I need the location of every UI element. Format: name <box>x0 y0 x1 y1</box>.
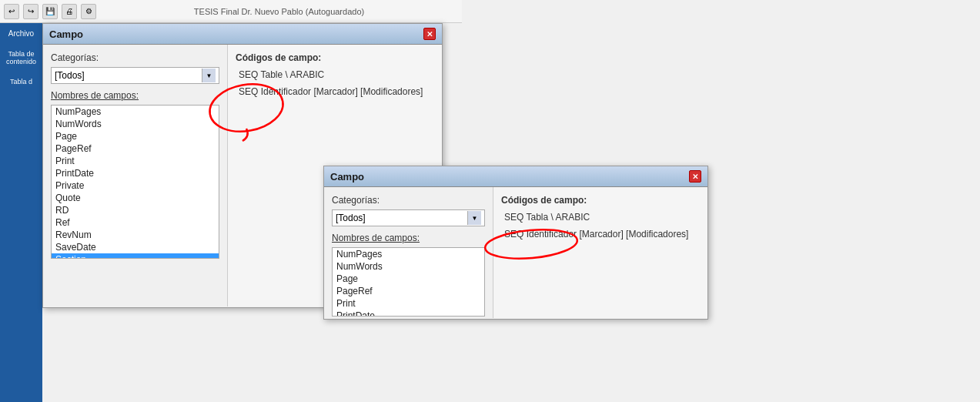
categorias-label-front: Categorías: <box>332 195 485 206</box>
categorias-dropdown-back[interactable]: [Todos] ▼ <box>51 67 219 84</box>
list-item[interactable]: Ref <box>52 216 219 229</box>
dialog-front-title: Campo <box>330 171 364 183</box>
list-item[interactable]: NumPages <box>52 106 219 118</box>
sidebar-item-tabla[interactable]: Tabla decontenido <box>0 44 42 72</box>
list-item[interactable]: Page <box>52 130 219 142</box>
list-item[interactable]: PrintDate <box>52 167 219 179</box>
dialog-back-titlebar[interactable]: Campo ✕ <box>43 24 442 45</box>
dialog-back-title: Campo <box>49 28 83 40</box>
dialog-campo-front: Campo ✕ Categorías: [Todos] ▼ Nombres de… <box>323 166 708 320</box>
nombres-campos-label-back: Nombres de campos: <box>51 90 219 101</box>
dialog-front-titlebar[interactable]: Campo ✕ <box>324 166 707 187</box>
code-line2-front: SEQ Identificador [Marcador] [Modificado… <box>501 227 700 241</box>
dialog-front-close[interactable]: ✕ <box>689 170 701 183</box>
list-item[interactable]: Quote <box>52 192 219 204</box>
list-item[interactable]: Private <box>52 179 219 192</box>
dialog-front-left-panel: Categorías: [Todos] ▼ Nombres de campos:… <box>324 187 493 318</box>
field-names-list-back[interactable]: NumPages NumWords Page PageRef Print Pri… <box>51 105 219 259</box>
dialog-back-close[interactable]: ✕ <box>423 28 436 40</box>
categorias-label-back: Categorías: <box>51 52 219 63</box>
sidebar-item-archivo[interactable]: Archivo <box>0 23 42 44</box>
dialog-back-left-panel: Categorías: [Todos] ▼ Nombres de campos:… <box>43 45 228 307</box>
list-item[interactable]: Print <box>333 297 484 310</box>
list-item[interactable]: Print <box>52 155 219 167</box>
list-item-section[interactable]: Section <box>52 253 219 259</box>
code-line1-front: SEQ Tabla \ ARABIC <box>501 210 700 224</box>
categorias-dropdown-arrow-front[interactable]: ▼ <box>467 211 481 225</box>
categorias-dropdown-arrow-back[interactable]: ▼ <box>202 69 216 82</box>
left-sidebar: Archivo Tabla decontenido Tabla d <box>0 23 42 402</box>
options-button[interactable]: ⚙ <box>81 4 96 19</box>
toolbar: ↩ ↪ 💾 🖨 ⚙ TESIS Final Dr. Nuevo Pablo (A… <box>0 0 462 23</box>
list-item[interactable]: PageRef <box>52 142 219 155</box>
list-item[interactable]: SaveDate <box>52 241 219 253</box>
codigos-campo-label-back: Códigos de campo: <box>236 52 434 63</box>
print-button[interactable]: 🖨 <box>62 4 77 19</box>
undo-button[interactable]: ↩ <box>4 4 19 19</box>
save-button[interactable]: 💾 <box>42 4 58 19</box>
list-item[interactable]: PageRef <box>333 285 484 297</box>
list-item[interactable]: Page <box>333 273 484 285</box>
app-title: TESIS Final Dr. Nuevo Pablo (Autoguardad… <box>100 7 458 16</box>
list-item[interactable]: PrintDate <box>333 310 484 317</box>
list-item[interactable]: NumPages <box>333 248 484 260</box>
sidebar-item-tabla2[interactable]: Tabla d <box>0 72 42 92</box>
list-item[interactable]: NumWords <box>52 118 219 130</box>
dialog-front-body: Categorías: [Todos] ▼ Nombres de campos:… <box>324 187 707 318</box>
codigos-campo-label-front: Códigos de campo: <box>501 195 700 206</box>
list-item[interactable]: RD <box>52 204 219 216</box>
redo-button[interactable]: ↪ <box>23 4 38 19</box>
list-item[interactable]: NumWords <box>333 260 484 273</box>
dialog-front-right-panel: Códigos de campo: SEQ Tabla \ ARABIC SEQ… <box>493 187 707 318</box>
code-line2-back: SEQ Identificador [Marcador] [Modificado… <box>236 85 434 99</box>
nombres-campos-label-front: Nombres de campos: <box>332 233 485 243</box>
code-line1-back: SEQ Table \ ARABIC <box>236 68 434 82</box>
categorias-dropdown-front[interactable]: [Todos] ▼ <box>332 209 485 226</box>
field-names-list-front[interactable]: NumPages NumWords Page PageRef Print Pri… <box>332 247 485 317</box>
list-item[interactable]: RevNum <box>52 229 219 241</box>
